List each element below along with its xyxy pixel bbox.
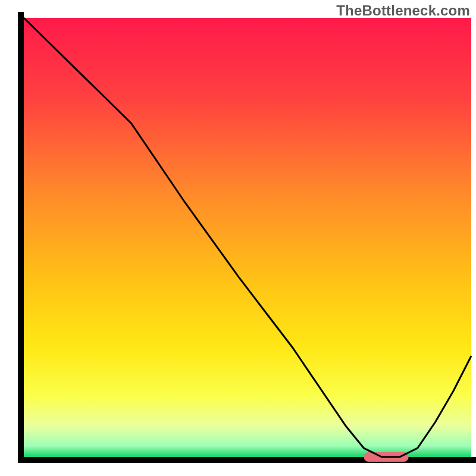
bottleneck-chart (0, 0, 476, 476)
axis-left (18, 12, 24, 463)
chart-stage: TheBottleneck.com (0, 0, 476, 476)
